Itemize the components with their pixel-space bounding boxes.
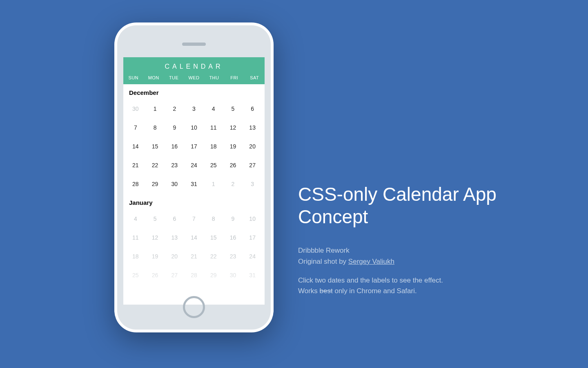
dow-sat: SAT <box>245 75 265 80</box>
date-cell[interactable]: 10 <box>243 209 262 228</box>
date-cell[interactable]: 28 <box>126 175 145 193</box>
credit-line-2-pre: Original shot by <box>298 258 348 265</box>
credit-paragraph: Dribbble Rework Original shot by Sergey … <box>298 245 564 267</box>
date-grid: 3012345678910111213141516171819202122232… <box>126 99 262 193</box>
date-cell[interactable]: 30 <box>165 175 184 193</box>
date-cell[interactable]: 13 <box>165 228 184 247</box>
page-title: CSS-only Calendar App Concept <box>298 183 564 228</box>
date-cell[interactable]: 21 <box>126 156 145 175</box>
date-cell[interactable]: 24 <box>184 156 204 175</box>
calendar-scroll-area[interactable]: December30123456789101112131415161718192… <box>123 84 265 285</box>
date-cell[interactable]: 18 <box>204 137 223 156</box>
phone-frame: CALENDAR SUN MON TUE WED THU FRI SAT Dec… <box>114 22 274 332</box>
month-block: January456789101112131415161718192021222… <box>123 194 265 285</box>
date-cell[interactable]: 17 <box>184 137 204 156</box>
date-cell[interactable]: 25 <box>204 156 223 175</box>
date-cell[interactable]: 10 <box>184 118 204 137</box>
date-cell[interactable]: 14 <box>184 228 204 247</box>
date-cell[interactable]: 2 <box>165 99 184 118</box>
date-cell[interactable]: 1 <box>145 99 165 118</box>
phone-body: CALENDAR SUN MON TUE WED THU FRI SAT Dec… <box>117 25 271 330</box>
date-cell[interactable]: 9 <box>165 118 184 137</box>
date-cell[interactable]: 15 <box>145 137 165 156</box>
date-cell[interactable]: 2 <box>223 175 243 193</box>
dow-mon: MON <box>143 75 163 80</box>
date-cell[interactable]: 13 <box>243 118 262 137</box>
dow-fri: FRI <box>224 75 244 80</box>
date-cell[interactable]: 17 <box>243 228 262 247</box>
calendar-app-screen: CALENDAR SUN MON TUE WED THU FRI SAT Dec… <box>123 57 265 305</box>
date-cell[interactable]: 11 <box>126 228 145 247</box>
date-cell[interactable]: 31 <box>243 266 262 285</box>
date-cell[interactable]: 21 <box>184 247 204 266</box>
date-cell[interactable]: 3 <box>184 99 204 118</box>
credit-line-1: Dribbble Rework <box>298 247 350 254</box>
date-cell[interactable]: 22 <box>145 156 165 175</box>
dow-thu: THU <box>204 75 224 80</box>
date-cell[interactable]: 8 <box>204 209 223 228</box>
date-cell[interactable]: 6 <box>243 99 262 118</box>
instructions-line-2-pre: Works <box>298 287 320 295</box>
date-cell[interactable]: 3 <box>243 175 262 193</box>
date-cell[interactable]: 7 <box>126 118 145 137</box>
info-panel: CSS-only Calendar App Concept Dribbble R… <box>298 183 564 297</box>
date-cell[interactable]: 15 <box>204 228 223 247</box>
date-cell[interactable]: 27 <box>165 266 184 285</box>
date-cell[interactable]: 29 <box>204 266 223 285</box>
month-block: December30123456789101112131415161718192… <box>123 84 265 194</box>
date-cell[interactable]: 19 <box>223 137 243 156</box>
date-cell[interactable]: 22 <box>204 247 223 266</box>
date-cell[interactable]: 1 <box>204 175 223 193</box>
instructions-paragraph: Click two dates and the labels to see th… <box>298 275 564 297</box>
date-grid: 4567891011121314151617181920212223242526… <box>126 209 262 285</box>
date-cell[interactable]: 23 <box>223 247 243 266</box>
phone-speaker <box>182 43 206 46</box>
date-cell[interactable]: 4 <box>126 209 145 228</box>
month-label[interactable]: January <box>126 194 262 209</box>
date-cell[interactable]: 4 <box>204 99 223 118</box>
date-cell[interactable]: 12 <box>223 118 243 137</box>
date-cell[interactable]: 7 <box>184 209 204 228</box>
phone-home-button[interactable] <box>183 296 205 318</box>
date-cell[interactable]: 30 <box>223 266 243 285</box>
date-cell[interactable]: 24 <box>243 247 262 266</box>
date-cell[interactable]: 12 <box>145 228 165 247</box>
date-cell[interactable]: 25 <box>126 266 145 285</box>
strike-text: best <box>320 287 333 295</box>
date-cell[interactable]: 8 <box>145 118 165 137</box>
instructions-line-1: Click two dates and the labels to see th… <box>298 276 443 284</box>
date-cell[interactable]: 20 <box>243 137 262 156</box>
date-cell[interactable]: 18 <box>126 247 145 266</box>
date-cell[interactable]: 26 <box>223 156 243 175</box>
date-cell[interactable]: 6 <box>165 209 184 228</box>
date-cell[interactable]: 14 <box>126 137 145 156</box>
date-cell[interactable]: 23 <box>165 156 184 175</box>
date-cell[interactable]: 5 <box>145 209 165 228</box>
dow-sun: SUN <box>123 75 143 80</box>
date-cell[interactable]: 29 <box>145 175 165 193</box>
calendar-header: CALENDAR SUN MON TUE WED THU FRI SAT <box>123 57 265 84</box>
date-cell[interactable]: 19 <box>145 247 165 266</box>
date-cell[interactable]: 26 <box>145 266 165 285</box>
date-cell[interactable]: 30 <box>126 99 145 118</box>
dow-wed: WED <box>184 75 204 80</box>
date-cell[interactable]: 16 <box>223 228 243 247</box>
month-label[interactable]: December <box>126 84 262 99</box>
date-cell[interactable]: 9 <box>223 209 243 228</box>
dow-tue: TUE <box>164 75 184 80</box>
day-of-week-row: SUN MON TUE WED THU FRI SAT <box>123 75 265 80</box>
date-cell[interactable]: 5 <box>223 99 243 118</box>
calendar-title: CALENDAR <box>123 63 265 75</box>
author-link[interactable]: Sergey Valiukh <box>348 258 394 265</box>
date-cell[interactable]: 27 <box>243 156 262 175</box>
date-cell[interactable]: 31 <box>184 175 204 193</box>
instructions-line-2-post: only in Chrome and Safari. <box>333 287 417 295</box>
date-cell[interactable]: 20 <box>165 247 184 266</box>
date-cell[interactable]: 11 <box>204 118 223 137</box>
date-cell[interactable]: 28 <box>184 266 204 285</box>
date-cell[interactable]: 16 <box>165 137 184 156</box>
